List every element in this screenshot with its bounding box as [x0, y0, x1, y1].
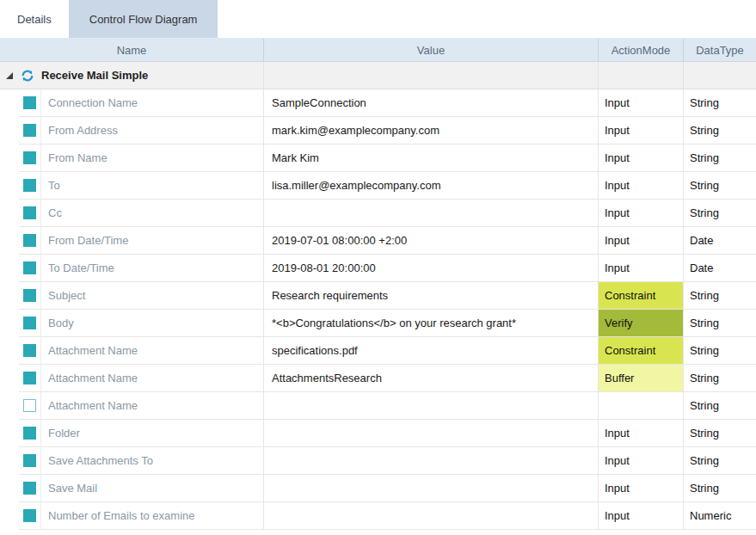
row-gutter: [0, 200, 19, 227]
column-header-datatype[interactable]: DataType: [684, 39, 756, 61]
row-value[interactable]: [264, 502, 599, 530]
row-action-mode[interactable]: Input: [599, 200, 684, 227]
row-data-type: Numeric: [684, 502, 756, 530]
table-header: Name Value ActionMode DataType: [0, 38, 756, 62]
group-actionmode-cell: [599, 62, 684, 89]
tab-control-flow-diagram[interactable]: Control Flow Diagram: [69, 0, 218, 38]
row-value[interactable]: *<b>Congratulations</b> on your research…: [264, 310, 599, 337]
row-data-type: String: [684, 200, 756, 227]
table-row[interactable]: CcInputString: [0, 200, 756, 227]
row-action-mode[interactable]: Input: [599, 475, 684, 502]
group-row-main: Receive Mail Simple: [19, 62, 264, 89]
row-name: From Date/Time: [41, 227, 264, 255]
row-value[interactable]: [264, 392, 599, 420]
row-name: Attachment Name: [41, 392, 264, 420]
table-row[interactable]: FolderInputString: [0, 420, 756, 447]
row-action-mode[interactable]: Constraint: [599, 337, 684, 365]
table-row[interactable]: Attachment Namespecifications.pdfConstra…: [0, 337, 756, 365]
group-datatype-cell: [684, 62, 756, 89]
teal-checkbox-icon[interactable]: [23, 234, 36, 247]
teal-checkbox-icon[interactable]: [23, 179, 36, 192]
row-data-type: String: [684, 447, 756, 475]
group-row[interactable]: Receive Mail Simple: [0, 62, 756, 89]
teal-checkbox-icon[interactable]: [23, 344, 36, 357]
row-gutter: [0, 282, 19, 310]
row-gutter: [0, 392, 19, 420]
row-action-mode[interactable]: Input: [599, 447, 684, 475]
row-value[interactable]: Mark Kim: [264, 145, 599, 172]
table-row[interactable]: Body*<b>Congratulations</b> on your rese…: [0, 310, 756, 337]
teal-checkbox-icon[interactable]: [23, 427, 36, 440]
row-action-mode[interactable]: Constraint: [599, 282, 684, 310]
teal-checkbox-icon[interactable]: [23, 261, 36, 274]
table-row[interactable]: To Date/Time2019-08-01 20:00:00InputDate: [0, 255, 756, 282]
teal-checkbox-icon[interactable]: [23, 96, 36, 109]
empty-checkbox-icon[interactable]: [23, 399, 36, 412]
row-action-mode[interactable]: Input: [599, 255, 684, 282]
row-action-mode[interactable]: Input: [599, 172, 684, 200]
teal-checkbox-icon[interactable]: [23, 317, 36, 329]
table-row[interactable]: From Date/Time2019-07-01 08:00:00 +2:00I…: [0, 227, 756, 255]
row-value[interactable]: 2019-08-01 20:00:00: [264, 255, 599, 282]
row-data-type: String: [684, 172, 756, 200]
teal-checkbox-icon[interactable]: [23, 124, 36, 137]
row-data-type: String: [684, 475, 756, 502]
table-row[interactable]: Attachment NameString: [0, 392, 756, 420]
checkbox-cell: [19, 145, 41, 172]
row-action-mode[interactable]: Input: [599, 89, 684, 117]
row-action-mode[interactable]: Input: [599, 227, 684, 255]
row-value[interactable]: lisa.miller@examplecompany.com: [264, 172, 599, 200]
row-value[interactable]: Research requirements: [264, 282, 599, 310]
row-data-type: String: [684, 420, 756, 447]
expander-cell: [0, 62, 19, 89]
row-data-type: String: [684, 310, 756, 337]
row-gutter: [0, 502, 19, 530]
row-value[interactable]: [264, 475, 599, 502]
teal-checkbox-icon[interactable]: [23, 509, 36, 522]
teal-checkbox-icon[interactable]: [23, 372, 36, 384]
row-value[interactable]: specifications.pdf: [264, 337, 599, 365]
tab-bar: Details Control Flow Diagram: [0, 0, 756, 38]
row-value[interactable]: mark.kim@examplecompany.com: [264, 117, 599, 145]
table-row[interactable]: From NameMark KimInputString: [0, 145, 756, 172]
table-row[interactable]: Tolisa.miller@examplecompany.comInputStr…: [0, 172, 756, 200]
row-gutter: [0, 227, 19, 255]
row-name: Save Attachments To: [41, 447, 264, 475]
table-row[interactable]: Save MailInputString: [0, 475, 756, 502]
row-value[interactable]: SampleConnection: [264, 89, 599, 117]
tab-details[interactable]: Details: [0, 0, 69, 38]
collapse-triangle-icon[interactable]: [6, 72, 13, 79]
row-value[interactable]: [264, 447, 599, 475]
column-header-name[interactable]: Name: [0, 39, 264, 61]
row-value[interactable]: AttachmentsResearch: [264, 365, 599, 392]
row-action-mode[interactable]: Verify: [599, 310, 684, 337]
row-action-mode[interactable]: Input: [599, 145, 684, 172]
teal-checkbox-icon[interactable]: [23, 206, 36, 219]
table-row[interactable]: Attachment NameAttachmentsResearchBuffer…: [0, 365, 756, 392]
row-name: To: [41, 172, 264, 200]
row-data-type: String: [684, 145, 756, 172]
row-gutter: [0, 365, 19, 392]
row-name: Body: [41, 310, 264, 337]
row-gutter: [0, 89, 19, 117]
row-action-mode[interactable]: [599, 392, 684, 420]
row-value[interactable]: [264, 200, 599, 227]
column-header-actionmode[interactable]: ActionMode: [599, 39, 684, 61]
teal-checkbox-icon[interactable]: [23, 151, 36, 164]
teal-checkbox-icon[interactable]: [23, 454, 36, 467]
column-header-value[interactable]: Value: [264, 39, 599, 61]
table-row[interactable]: SubjectResearch requirementsConstraintSt…: [0, 282, 756, 310]
table-row[interactable]: Save Attachments ToInputString: [0, 447, 756, 475]
table-row[interactable]: Number of Emails to examineInputNumeric: [0, 502, 756, 530]
row-action-mode[interactable]: Input: [599, 117, 684, 145]
teal-checkbox-icon[interactable]: [23, 289, 36, 302]
row-action-mode[interactable]: Input: [599, 420, 684, 447]
row-action-mode[interactable]: Input: [599, 502, 684, 530]
row-value[interactable]: 2019-07-01 08:00:00 +2:00: [264, 227, 599, 255]
row-value[interactable]: [264, 420, 599, 447]
teal-checkbox-icon[interactable]: [23, 482, 36, 495]
row-action-mode[interactable]: Buffer: [599, 365, 684, 392]
table-row[interactable]: From Addressmark.kim@examplecompany.comI…: [0, 117, 756, 145]
group-value-cell: [264, 62, 599, 89]
table-row[interactable]: Connection NameSampleConnectionInputStri…: [0, 89, 756, 117]
